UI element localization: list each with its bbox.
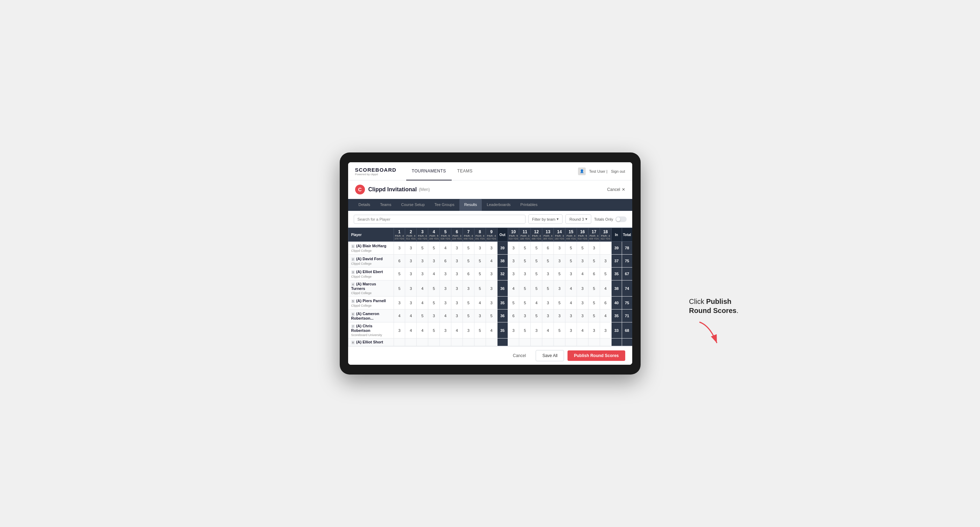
score-hole-10[interactable] [508, 338, 519, 346]
score-hole-13[interactable]: 5 [542, 255, 554, 268]
score-hole-13[interactable]: 3 [542, 297, 554, 310]
tab-leaderboards[interactable]: Leaderboards [482, 199, 515, 211]
score-hole-9[interactable]: 4 [486, 322, 497, 338]
score-hole-12[interactable]: 5 [531, 242, 542, 255]
score-hole-18[interactable]: 4 [600, 310, 611, 322]
tab-teams[interactable]: Teams [375, 199, 396, 211]
score-hole-15[interactable]: 4 [565, 297, 577, 310]
score-hole-5[interactable]: 4 [440, 242, 451, 255]
score-hole-6[interactable]: 3 [451, 268, 463, 281]
score-hole-8[interactable]: 3 [474, 242, 486, 255]
score-hole-11[interactable]: 5 [519, 297, 531, 310]
score-hole-6[interactable]: 3 [451, 281, 463, 297]
score-hole-14[interactable]: 5 [554, 268, 565, 281]
score-hole-18[interactable]: 5 [600, 268, 611, 281]
score-hole-10[interactable]: 6 [508, 310, 519, 322]
tab-details[interactable]: Details [354, 199, 375, 211]
score-hole-1[interactable]: 6 [394, 255, 405, 268]
score-hole-6[interactable]: 4 [451, 322, 463, 338]
score-hole-8[interactable]: 5 [474, 268, 486, 281]
score-hole-10[interactable]: 3 [508, 268, 519, 281]
score-hole-7[interactable]: 5 [463, 310, 474, 322]
score-hole-15[interactable]: 3 [565, 310, 577, 322]
score-hole-13[interactable]: 3 [542, 268, 554, 281]
score-hole-1[interactable]: 3 [394, 242, 405, 255]
score-hole-5[interactable]: 6 [440, 255, 451, 268]
score-hole-15[interactable]: 3 [565, 322, 577, 338]
score-hole-17[interactable]: 5 [588, 310, 600, 322]
score-hole-18[interactable]: 3 [600, 322, 611, 338]
round-dropdown[interactable]: Round 3 ▾ [565, 214, 591, 224]
score-hole-5[interactable]: 4 [440, 310, 451, 322]
score-hole-3[interactable]: 3 [417, 255, 428, 268]
score-hole-2[interactable]: 3 [405, 242, 417, 255]
score-hole-5[interactable] [440, 338, 451, 346]
score-hole-16[interactable]: 4 [577, 268, 588, 281]
score-hole-9[interactable]: 5 [486, 310, 497, 322]
score-hole-16[interactable]: 4 [577, 322, 588, 338]
nav-link-teams[interactable]: TEAMS [452, 162, 478, 181]
score-hole-16[interactable] [577, 338, 588, 346]
score-hole-18[interactable]: 6 [600, 297, 611, 310]
tab-tee-groups[interactable]: Tee Groups [430, 199, 460, 211]
score-hole-14[interactable]: 5 [554, 322, 565, 338]
score-hole-3[interactable]: 3 [417, 268, 428, 281]
score-hole-4[interactable]: 4 [428, 268, 440, 281]
score-hole-7[interactable]: 6 [463, 268, 474, 281]
score-hole-4[interactable]: 5 [428, 281, 440, 297]
search-input[interactable] [354, 215, 525, 224]
score-hole-7[interactable]: 3 [463, 281, 474, 297]
score-hole-7[interactable]: 5 [463, 255, 474, 268]
tab-results[interactable]: Results [460, 199, 482, 211]
score-hole-13[interactable]: 3 [542, 310, 554, 322]
score-hole-7[interactable]: 3 [463, 322, 474, 338]
score-hole-12[interactable] [531, 338, 542, 346]
score-hole-4[interactable]: 5 [428, 297, 440, 310]
score-hole-13[interactable]: 6 [542, 242, 554, 255]
score-hole-2[interactable]: 4 [405, 310, 417, 322]
score-hole-13[interactable]: 5 [542, 281, 554, 297]
score-hole-2[interactable]: 3 [405, 281, 417, 297]
score-hole-11[interactable]: 5 [519, 242, 531, 255]
score-hole-11[interactable]: 5 [519, 255, 531, 268]
score-hole-1[interactable]: 5 [394, 281, 405, 297]
score-hole-11[interactable] [519, 338, 531, 346]
score-hole-10[interactable]: 3 [508, 242, 519, 255]
score-hole-5[interactable]: 3 [440, 297, 451, 310]
score-hole-3[interactable]: 4 [417, 322, 428, 338]
score-hole-15[interactable]: 4 [565, 281, 577, 297]
score-hole-17[interactable]: 5 [588, 255, 600, 268]
score-hole-3[interactable]: 5 [417, 310, 428, 322]
score-hole-15[interactable]: 3 [565, 268, 577, 281]
score-hole-9[interactable]: 3 [486, 297, 497, 310]
score-hole-13[interactable]: 4 [542, 322, 554, 338]
score-hole-2[interactable]: 3 [405, 255, 417, 268]
score-hole-4[interactable]: 5 [428, 322, 440, 338]
tab-course-setup[interactable]: Course Setup [396, 199, 430, 211]
score-hole-14[interactable]: 3 [554, 255, 565, 268]
score-hole-11[interactable]: 5 [519, 322, 531, 338]
score-hole-7[interactable]: 5 [463, 242, 474, 255]
score-hole-16[interactable]: 3 [577, 255, 588, 268]
score-hole-12[interactable]: 5 [531, 255, 542, 268]
score-hole-3[interactable] [417, 338, 428, 346]
score-hole-2[interactable]: 3 [405, 297, 417, 310]
score-hole-1[interactable]: 5 [394, 268, 405, 281]
sign-out-link[interactable]: Sign out [611, 169, 625, 173]
score-hole-5[interactable]: 3 [440, 281, 451, 297]
publish-round-scores-button[interactable]: Publish Round Scores [568, 351, 625, 361]
score-hole-6[interactable]: 3 [451, 297, 463, 310]
score-hole-18[interactable]: 4 [600, 281, 611, 297]
score-hole-14[interactable]: 3 [554, 310, 565, 322]
score-hole-17[interactable]: 5 [588, 281, 600, 297]
score-hole-10[interactable]: 3 [508, 322, 519, 338]
score-hole-2[interactable]: 3 [405, 268, 417, 281]
score-hole-10[interactable]: 4 [508, 281, 519, 297]
score-hole-15[interactable]: 5 [565, 255, 577, 268]
score-hole-6[interactable]: 3 [451, 255, 463, 268]
score-hole-3[interactable]: 4 [417, 281, 428, 297]
score-hole-4[interactable]: 5 [428, 242, 440, 255]
score-hole-17[interactable]: 3 [588, 322, 600, 338]
score-hole-11[interactable]: 3 [519, 268, 531, 281]
score-hole-9[interactable] [486, 338, 497, 346]
